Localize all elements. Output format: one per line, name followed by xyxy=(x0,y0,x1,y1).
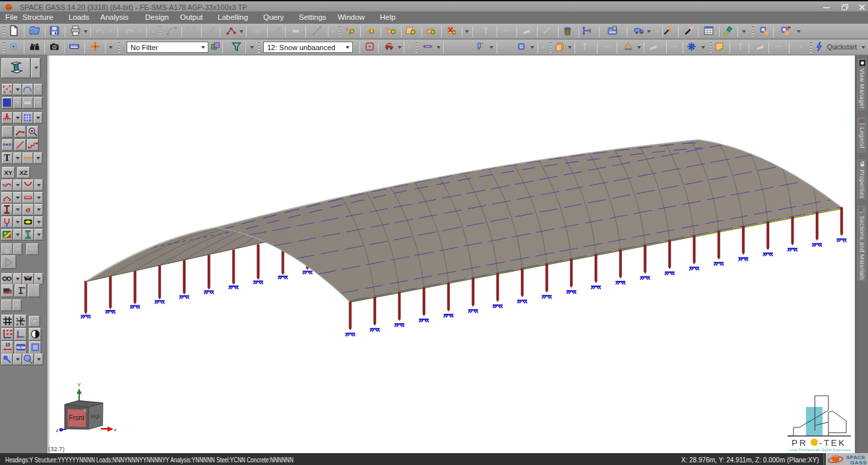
svg-text:XY: XY xyxy=(4,169,13,176)
svg-text:10: 10 xyxy=(5,342,11,347)
svg-text:-TEK: -TEK xyxy=(819,438,846,448)
svg-text:z: z xyxy=(56,427,59,433)
svg-text:x: x xyxy=(114,427,117,433)
svg-text:(32.7): (32.7) xyxy=(48,445,65,452)
svg-text:H: H xyxy=(613,27,616,30)
svg-text:NUM: NUM xyxy=(16,346,25,350)
svg-text:σ: σ xyxy=(26,205,30,214)
svg-text:XZ: XZ xyxy=(19,169,27,176)
svg-text:Front: Front xyxy=(69,414,84,421)
svg-text:PR: PR xyxy=(791,438,808,448)
svg-text:Rgt: Rgt xyxy=(90,412,100,420)
svg-text:T: T xyxy=(4,153,10,163)
svg-text:Y: Y xyxy=(77,382,81,388)
svg-text:Local Professionals Global Ex: Local Professionals Global Experience xyxy=(789,449,850,452)
